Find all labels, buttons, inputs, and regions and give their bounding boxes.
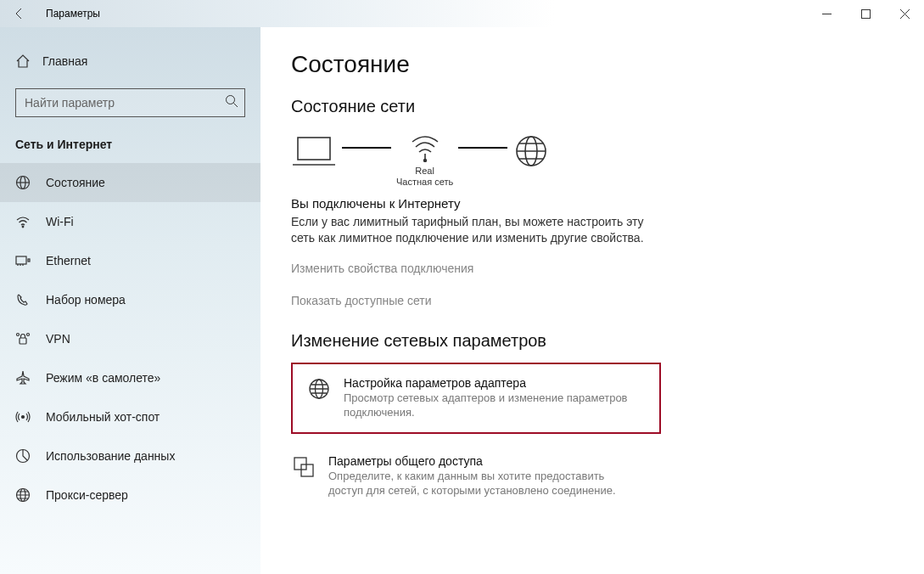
sharing-icon [293, 456, 315, 498]
svg-point-8 [17, 334, 20, 336]
dialup-icon [15, 292, 31, 307]
sidebar-item-label: Ethernet [46, 254, 91, 267]
window-title: Параметры [46, 8, 807, 20]
svg-point-10 [22, 416, 25, 419]
svg-point-9 [27, 334, 30, 336]
sidebar-item-hotspot[interactable]: Мобильный хот-спот [0, 397, 260, 436]
sidebar-item-label: Состояние [46, 176, 105, 189]
sidebar-item-wifi[interactable]: Wi-Fi [0, 202, 260, 241]
svg-rect-0 [861, 9, 870, 18]
tile-title: Параметры общего доступа [328, 454, 634, 468]
sidebar-item-label: Набор номера [46, 293, 126, 307]
category-label: Сеть и Интернет [0, 131, 260, 163]
svg-rect-21 [301, 464, 313, 476]
tile-title: Настройка параметров адаптера [344, 376, 644, 390]
close-button[interactable] [885, 0, 924, 27]
sidebar-item-label: Прокси-сервер [46, 488, 128, 502]
sidebar-item-label: Использование данных [46, 449, 175, 463]
connected-body: Если у вас лимитный тарифный план, вы мо… [291, 214, 647, 246]
minimize-button[interactable] [807, 0, 846, 27]
network-diagram: RealЧастная сеть [291, 128, 893, 188]
back-button[interactable] [0, 0, 39, 27]
link-show-networks[interactable]: Показать доступные сети [291, 294, 893, 307]
svg-point-4 [22, 226, 24, 228]
sidebar-item-datausage[interactable]: Использование данных [0, 436, 260, 476]
sidebar-item-status[interactable]: Состояние [0, 163, 260, 202]
section-status-heading: Состояние сети [291, 97, 893, 116]
router-icon [407, 128, 443, 162]
search-input[interactable] [15, 88, 245, 117]
svg-point-15 [423, 160, 426, 162]
connected-title: Вы подключены к Интернету [291, 196, 893, 211]
sidebar-item-dialup[interactable]: Набор номера [0, 280, 260, 319]
sidebar-item-proxy[interactable]: Прокси-сервер [0, 476, 260, 515]
svg-rect-14 [298, 138, 330, 160]
sidebar-item-label: VPN [46, 332, 70, 346]
home-icon [15, 53, 31, 69]
sidebar-item-vpn[interactable]: VPN [0, 319, 260, 358]
svg-rect-20 [294, 458, 306, 470]
svg-rect-7 [20, 338, 26, 344]
network-name: Real [415, 166, 434, 176]
tile-adapter-options[interactable]: Настройка параметров адаптера Просмотр с… [291, 363, 661, 434]
globe-icon [512, 134, 550, 168]
sidebar: Главная Сеть и Интернет Состояние Wi-Fi [0, 27, 260, 574]
laptop-icon [291, 134, 337, 168]
link-change-properties[interactable]: Изменить свойства подключения [291, 262, 893, 275]
hotspot-icon [15, 409, 31, 425]
svg-point-1 [227, 96, 235, 104]
section-change-heading: Изменение сетевых параметров [291, 331, 893, 351]
home-link[interactable]: Главная [0, 44, 260, 78]
airplane-icon [15, 370, 31, 385]
maximize-button[interactable] [846, 0, 885, 27]
search-icon [225, 94, 238, 111]
sidebar-item-label: Wi-Fi [46, 215, 74, 228]
svg-rect-5 [16, 256, 26, 264]
home-label: Главная [42, 54, 87, 68]
titlebar: Параметры [0, 0, 924, 27]
proxy-icon [15, 487, 31, 503]
tile-sharing-options[interactable]: Параметры общего доступа Определите, к к… [291, 449, 656, 504]
tile-desc: Определите, к каким данным вы хотите пре… [328, 470, 634, 498]
wifi-icon [15, 214, 31, 229]
vpn-icon [15, 331, 31, 346]
ethernet-icon [15, 253, 31, 268]
svg-rect-6 [28, 259, 30, 262]
sidebar-item-airplane[interactable]: Режим «в самолете» [0, 358, 260, 397]
network-type: Частная сеть [396, 177, 453, 187]
sidebar-item-ethernet[interactable]: Ethernet [0, 241, 260, 280]
adapter-icon [308, 378, 330, 420]
sidebar-item-label: Мобильный хот-спот [46, 410, 160, 424]
page-title: Состояние [291, 51, 893, 78]
data-usage-icon [15, 448, 31, 464]
sidebar-item-label: Режим «в самолете» [46, 371, 160, 385]
tile-desc: Просмотр сетевых адаптеров и изменение п… [344, 391, 644, 420]
main-content: Состояние Состояние сети RealЧастная сет… [260, 27, 924, 574]
status-icon [15, 175, 31, 190]
